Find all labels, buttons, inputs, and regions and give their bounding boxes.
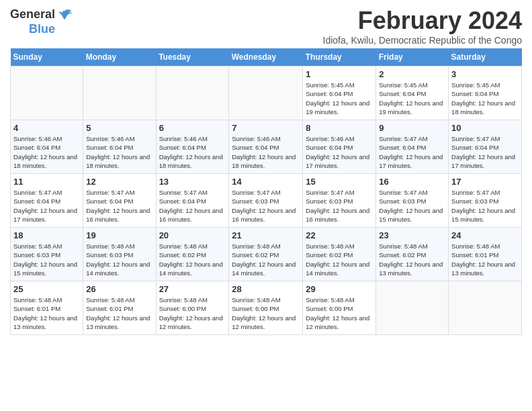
day-info: Sunrise: 5:45 AMSunset: 6:04 PMDaylight:… xyxy=(379,81,445,116)
weekday-header-saturday: Saturday xyxy=(449,48,522,66)
calendar-title: February 2024 xyxy=(323,7,522,35)
calendar-cell: 12Sunrise: 5:47 AMSunset: 6:04 PMDayligh… xyxy=(83,174,156,228)
calendar-cell: 5Sunrise: 5:46 AMSunset: 6:04 PMDaylight… xyxy=(83,120,156,174)
calendar-cell: 29Sunrise: 5:48 AMSunset: 6:00 PMDayligh… xyxy=(303,281,376,335)
day-info: Sunrise: 5:47 AMSunset: 6:04 PMDaylight:… xyxy=(451,134,519,170)
day-info: Sunrise: 5:48 AMSunset: 6:01 PMDaylight:… xyxy=(13,295,80,331)
calendar-cell: 13Sunrise: 5:47 AMSunset: 6:04 PMDayligh… xyxy=(156,174,229,228)
day-info: Sunrise: 5:48 AMSunset: 6:01 PMDaylight:… xyxy=(451,242,519,277)
calendar-cell: 6Sunrise: 5:46 AMSunset: 6:04 PMDaylight… xyxy=(156,120,229,174)
day-info: Sunrise: 5:46 AMSunset: 6:04 PMDaylight:… xyxy=(86,134,152,170)
day-info: Sunrise: 5:47 AMSunset: 6:04 PMDaylight:… xyxy=(13,188,80,224)
day-number: 11 xyxy=(13,177,80,187)
day-number: 7 xyxy=(232,123,300,133)
day-number: 22 xyxy=(306,230,373,240)
day-number: 8 xyxy=(306,123,373,133)
day-number: 29 xyxy=(306,284,373,294)
calendar-cell xyxy=(229,66,303,120)
day-info: Sunrise: 5:47 AMSunset: 6:04 PMDaylight:… xyxy=(159,188,226,224)
calendar-cell xyxy=(376,281,449,335)
calendar-cell: 24Sunrise: 5:48 AMSunset: 6:01 PMDayligh… xyxy=(449,228,522,281)
calendar-cell: 11Sunrise: 5:47 AMSunset: 6:04 PMDayligh… xyxy=(11,174,83,228)
day-number: 3 xyxy=(451,69,519,79)
calendar-cell: 28Sunrise: 5:48 AMSunset: 6:00 PMDayligh… xyxy=(229,281,303,335)
page-header: General Blue February 2024 Idiofa, Kwilu… xyxy=(10,7,522,46)
day-info: Sunrise: 5:47 AMSunset: 6:03 PMDaylight:… xyxy=(306,188,373,224)
day-number: 19 xyxy=(86,230,152,240)
day-info: Sunrise: 5:48 AMSunset: 6:03 PMDaylight:… xyxy=(13,242,80,277)
weekday-header-friday: Friday xyxy=(376,48,449,66)
calendar-subtitle: Idiofa, Kwilu, Democratic Republic of th… xyxy=(323,35,522,46)
calendar-cell: 9Sunrise: 5:47 AMSunset: 6:04 PMDaylight… xyxy=(376,120,449,174)
calendar-cell: 25Sunrise: 5:48 AMSunset: 6:01 PMDayligh… xyxy=(11,281,83,335)
weekday-header-tuesday: Tuesday xyxy=(156,48,229,66)
day-info: Sunrise: 5:46 AMSunset: 6:04 PMDaylight:… xyxy=(306,134,373,170)
logo-bird-icon xyxy=(56,7,73,23)
day-number: 6 xyxy=(159,123,226,133)
calendar-cell: 26Sunrise: 5:48 AMSunset: 6:01 PMDayligh… xyxy=(83,281,156,335)
day-number: 16 xyxy=(379,177,445,187)
day-info: Sunrise: 5:47 AMSunset: 6:04 PMDaylight:… xyxy=(379,134,445,170)
day-info: Sunrise: 5:46 AMSunset: 6:04 PMDaylight:… xyxy=(159,134,226,170)
week-row-1: 1Sunrise: 5:45 AMSunset: 6:04 PMDaylight… xyxy=(11,66,522,120)
day-number: 4 xyxy=(13,123,80,133)
day-number: 20 xyxy=(159,230,226,240)
calendar-cell: 14Sunrise: 5:47 AMSunset: 6:03 PMDayligh… xyxy=(229,174,303,228)
calendar-cell xyxy=(11,66,83,120)
day-info: Sunrise: 5:48 AMSunset: 6:02 PMDaylight:… xyxy=(159,242,226,277)
day-number: 10 xyxy=(451,123,519,133)
day-number: 26 xyxy=(86,284,152,294)
day-number: 2 xyxy=(379,69,445,79)
calendar-cell xyxy=(83,66,156,120)
day-info: Sunrise: 5:47 AMSunset: 6:03 PMDaylight:… xyxy=(451,188,519,224)
day-number: 5 xyxy=(86,123,152,133)
day-number: 23 xyxy=(379,230,445,240)
day-number: 13 xyxy=(159,177,226,187)
day-info: Sunrise: 5:48 AMSunset: 6:03 PMDaylight:… xyxy=(86,242,152,277)
day-number: 24 xyxy=(451,230,519,240)
logo-text-blue: Blue xyxy=(29,23,55,36)
day-number: 1 xyxy=(306,69,373,79)
calendar-cell: 1Sunrise: 5:45 AMSunset: 6:04 PMDaylight… xyxy=(303,66,376,120)
calendar-cell: 2Sunrise: 5:45 AMSunset: 6:04 PMDaylight… xyxy=(376,66,449,120)
calendar-cell: 18Sunrise: 5:48 AMSunset: 6:03 PMDayligh… xyxy=(11,228,83,281)
day-number: 25 xyxy=(13,284,80,294)
calendar-cell xyxy=(449,281,522,335)
calendar-cell xyxy=(156,66,229,120)
weekday-header-sunday: Sunday xyxy=(11,48,83,66)
day-number: 15 xyxy=(306,177,373,187)
week-row-4: 18Sunrise: 5:48 AMSunset: 6:03 PMDayligh… xyxy=(11,228,522,281)
calendar-cell: 17Sunrise: 5:47 AMSunset: 6:03 PMDayligh… xyxy=(449,174,522,228)
week-row-2: 4Sunrise: 5:46 AMSunset: 6:04 PMDaylight… xyxy=(11,120,522,174)
calendar-cell: 20Sunrise: 5:48 AMSunset: 6:02 PMDayligh… xyxy=(156,228,229,281)
day-number: 28 xyxy=(232,284,300,294)
calendar-table: SundayMondayTuesdayWednesdayThursdayFrid… xyxy=(10,48,522,335)
week-row-3: 11Sunrise: 5:47 AMSunset: 6:04 PMDayligh… xyxy=(11,174,522,228)
weekday-header-wednesday: Wednesday xyxy=(229,48,303,66)
weekday-header-monday: Monday xyxy=(83,48,156,66)
calendar-cell: 16Sunrise: 5:47 AMSunset: 6:03 PMDayligh… xyxy=(376,174,449,228)
weekday-header-row: SundayMondayTuesdayWednesdayThursdayFrid… xyxy=(11,48,522,66)
day-info: Sunrise: 5:48 AMSunset: 6:02 PMDaylight:… xyxy=(306,242,373,277)
weekday-header-thursday: Thursday xyxy=(303,48,376,66)
calendar-cell: 21Sunrise: 5:48 AMSunset: 6:02 PMDayligh… xyxy=(229,228,303,281)
day-number: 21 xyxy=(232,230,300,240)
calendar-cell: 10Sunrise: 5:47 AMSunset: 6:04 PMDayligh… xyxy=(449,120,522,174)
day-info: Sunrise: 5:47 AMSunset: 6:03 PMDaylight:… xyxy=(379,188,445,224)
day-info: Sunrise: 5:48 AMSunset: 6:02 PMDaylight:… xyxy=(232,242,300,277)
day-number: 17 xyxy=(451,177,519,187)
calendar-cell: 4Sunrise: 5:46 AMSunset: 6:04 PMDaylight… xyxy=(11,120,83,174)
calendar-cell: 27Sunrise: 5:48 AMSunset: 6:00 PMDayligh… xyxy=(156,281,229,335)
calendar-cell: 7Sunrise: 5:46 AMSunset: 6:04 PMDaylight… xyxy=(229,120,303,174)
day-info: Sunrise: 5:47 AMSunset: 6:03 PMDaylight:… xyxy=(232,188,300,224)
day-info: Sunrise: 5:47 AMSunset: 6:04 PMDaylight:… xyxy=(86,188,152,224)
day-number: 14 xyxy=(232,177,300,187)
day-info: Sunrise: 5:48 AMSunset: 6:00 PMDaylight:… xyxy=(232,295,300,331)
calendar-cell: 23Sunrise: 5:48 AMSunset: 6:02 PMDayligh… xyxy=(376,228,449,281)
day-info: Sunrise: 5:48 AMSunset: 6:00 PMDaylight:… xyxy=(306,295,373,331)
day-info: Sunrise: 5:48 AMSunset: 6:02 PMDaylight:… xyxy=(379,242,445,277)
calendar-cell: 3Sunrise: 5:45 AMSunset: 6:04 PMDaylight… xyxy=(449,66,522,120)
logo-text-general: General xyxy=(10,8,55,21)
logo: General Blue xyxy=(10,7,73,36)
title-section: February 2024 Idiofa, Kwilu, Democratic … xyxy=(323,7,522,46)
